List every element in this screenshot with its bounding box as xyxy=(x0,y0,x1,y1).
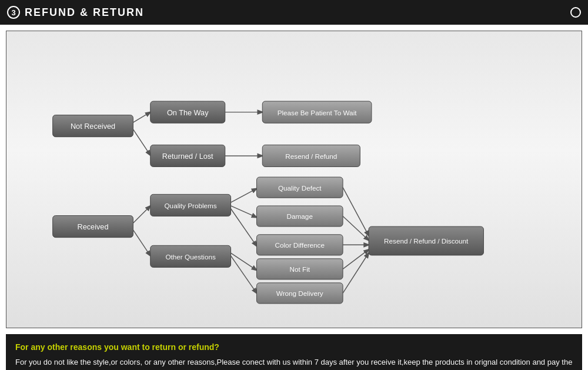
svg-line-2 xyxy=(133,129,150,155)
svg-line-16 xyxy=(231,209,257,246)
other-questions-label: Other Questions xyxy=(165,253,215,261)
bottom-question: For any other reasons you want to return… xyxy=(15,342,573,352)
quality-defect-label: Quality Defect xyxy=(278,184,322,192)
resend-refund-label: Resend / Refund xyxy=(285,152,337,160)
resend-refund-discount-label: Resend / Refund / Discount xyxy=(384,237,469,245)
svg-line-1 xyxy=(133,112,150,123)
diagram-area: Not Received On The Way Returned / Lost … xyxy=(6,31,582,328)
svg-line-10 xyxy=(133,206,150,223)
flowchart-svg: Not Received On The Way Returned / Lost … xyxy=(18,43,570,314)
color-difference-label: Color Difference xyxy=(275,241,325,249)
bottom-info: For any other reasons you want to return… xyxy=(6,334,582,370)
bottom-body-text: For you do not like the style,or colors,… xyxy=(15,356,573,370)
received-label: Received xyxy=(78,223,109,231)
header-circle-icon xyxy=(570,7,581,18)
svg-line-14 xyxy=(231,189,257,202)
svg-line-15 xyxy=(231,206,257,218)
returned-lost-label: Returned / Lost xyxy=(162,152,213,161)
quality-problems-label: Quality Problems xyxy=(165,202,217,209)
page-title: REFUND & RETURN xyxy=(25,6,570,19)
wrong-delivery-label: Wrong Delivery xyxy=(276,289,323,297)
page-header: 3 REFUND & RETURN xyxy=(0,0,588,25)
on-the-way-label: On The Way xyxy=(167,109,209,117)
step-number: 3 xyxy=(7,6,20,19)
please-be-patient-label: Please Be Patient To Wait xyxy=(278,109,358,116)
not-received-label: Not Received xyxy=(71,122,115,131)
not-fit-label: Not Fit xyxy=(290,265,310,273)
damage-label: Damage xyxy=(287,212,313,220)
svg-line-11 xyxy=(133,230,150,256)
